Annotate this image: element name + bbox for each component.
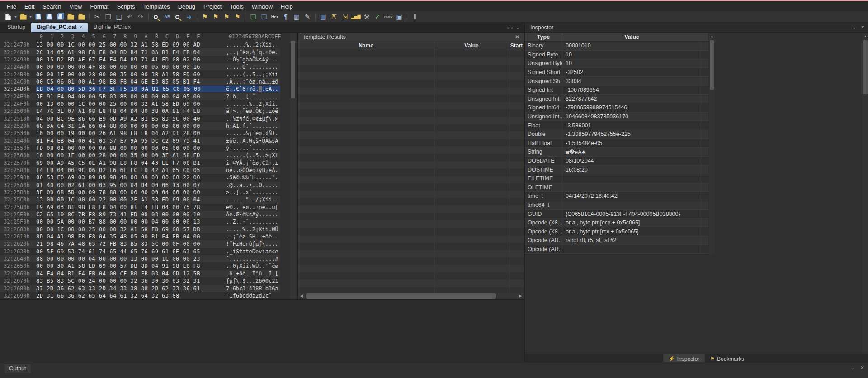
hex-bytes[interactable]: 00 15 D2 BD AF 67 E4 E4 D4 89 73 41 FD 0… [36,56,226,63]
hex-ascii[interactable]: .Sà©.‰‰˜H.....". [226,174,280,181]
inspector-value[interactable]: -7980659989974515446 [562,103,701,112]
inspector-row[interactable]: Signed Int64-7980659989974515446 [525,103,708,112]
hex-ascii[interactable]: ?'ô...[.ˆ....... [226,93,280,100]
scroll-right-icon[interactable]: ▶ [517,294,524,298]
hex-ascii[interactable]: .......%..2¡Xíi. [226,101,280,107]
hex-row[interactable]: 32:24B0h00 00 1F 00 00 28 00 00 35 00 00… [0,70,280,78]
hex-bytes[interactable]: 00 C5 06 01 00 A1 98 E8 F8 04 6E E3 85 0… [36,79,226,85]
hex-bytes[interactable]: F4 EB 04 00 9C D6 D2 E6 6F EC FD 42 A1 6… [36,167,226,173]
inspector-value[interactable]: 10466084083735036170 [562,112,701,121]
inspector-row[interactable]: time64_t [525,201,708,210]
table-view-icon[interactable]: ▦ [318,12,328,21]
hex-ascii[interactable]: Âe.Œ{è‰sAý...... [226,211,280,218]
inspector-row[interactable]: FILETIME [525,174,708,183]
hex-ascii[interactable]: h:Ä1.f.ˆ........ [226,123,280,129]
inspector-row[interactable]: String◙�eÀ♣ [525,148,708,157]
hex-rows[interactable]: 32:2470h13 00 00 1C 00 00 25 00 00 32 A1… [0,41,280,299]
open-recent-icon[interactable] [76,12,86,21]
inspector-value[interactable]: -3.586001 [562,121,701,130]
column-header-value[interactable]: Value [434,42,509,50]
inspector-value[interactable]: {C065810A-0005-913F-F404-00005B038800} [562,210,701,218]
hex-row[interactable]: 32:25C0h13 00 00 1C 00 00 22 00 00 2F A1… [0,196,280,203]
hex-row[interactable]: 32:2550hFD 08 01 00 00 00 0A 88 00 00 00… [0,145,280,152]
hex-bytes[interactable]: EB 04 00 80 5D 36 F7 3F F5 10 0A 81 65 C… [36,86,226,92]
hex-bytes[interactable]: 68 3A C4 31 1A 66 04 88 00 00 00 00 03 0… [36,123,226,129]
hex-row[interactable]: 32:2610h8D 04 A1 98 E8 F8 04 35 48 05 00… [0,233,280,240]
hex-row[interactable]: 32:2660h04 F4 04 B1 F4 EB 04 00 CF B0 FB… [0,270,280,277]
menu-item-project[interactable]: Project [199,2,226,11]
hex-view[interactable]: 0 1 2 3 4 5 6 7 8 9 A B C D E F012345678… [0,33,297,299]
new-file-dropdown[interactable]: ▾ [14,15,18,19]
inspector-row[interactable]: Unsigned Int...10466084083735036170 [525,112,708,121]
inspector-row[interactable]: Binary00001010 [525,42,708,51]
column-header-value[interactable]: Value [562,33,701,41]
scroll-left-icon[interactable]: ◀ [298,294,305,298]
inspector-row[interactable]: time_t04/14/2072 16:40:42 [525,192,708,201]
hex-row[interactable]: 32:2470h13 00 00 1C 00 00 25 00 00 32 A1… [0,41,280,48]
hex-row[interactable]: 32:24E0h3F 91 F4 04 00 00 5B 03 88 00 00… [0,93,280,100]
hex-bytes[interactable]: 00 13 00 00 1C 00 00 25 00 00 32 A1 58 E… [36,101,226,107]
hex-ascii[interactable]: ..Z..·ˆ......... [226,219,280,225]
scrollbar-thumb[interactable] [306,293,496,299]
save-as-icon[interactable] [44,12,54,21]
hex-ascii[interactable]: i.©¥Å.¡˜èø.Cî÷.± [226,160,280,166]
open-folder-icon[interactable] [66,12,75,21]
menu-item-scripts[interactable]: Scripts [113,2,139,11]
hex-bytes[interactable]: 00 00 5A 00 00 B7 88 00 00 00 00 04 00 0… [36,219,226,225]
hex-ascii[interactable]: .....Oˆ......... [226,64,280,70]
bookmark-edit-icon[interactable]: ⚑ [211,12,221,21]
hex-bytes[interactable]: 88 00 00 00 00 04 00 00 00 13 00 00 1C 0… [36,256,226,262]
import-icon[interactable]: ⇲ [340,12,350,21]
hex-ascii[interactable]: ,..¡˜èø.½´q.±ôë. [226,49,280,56]
output-tab[interactable]: Output [5,364,31,373]
hex-row[interactable]: 32:2640h88 00 00 00 00 04 00 00 00 13 00… [0,255,280,262]
inspector-row[interactable]: OLETIME [525,183,708,192]
hex-row[interactable]: 32:2540hB1 F4 EB 04 00 41 03 57 E7 9A 95… [0,137,280,144]
template-results-horizontal-scrollbar[interactable]: ◀ ▶ [298,292,524,299]
hex-bytes[interactable]: 2C 14 05 A1 98 E8 F8 04 BD B4 71 0A B1 F… [36,49,226,56]
inspector-value[interactable]: 10 [562,59,701,68]
hex-bytes[interactable]: 00 5F 69 53 74 61 74 65 44 65 76 69 61 6… [36,248,226,255]
column-header-name[interactable]: Name [298,42,434,50]
hex-ascii[interactable]: ._iStateDeviance [226,248,280,255]
hex-row[interactable]: 32:2680h37 2D 36 62 63 33 2D 34 33 38 38… [0,285,280,292]
hex-row[interactable]: 32:25E0hC2 65 10 8C 7B E8 89 73 41 FD 08… [0,211,280,218]
run-template-icon[interactable]: ❏ [259,12,269,21]
hex-row[interactable]: 32:2600h00 00 1C 00 00 25 00 00 32 A1 58… [0,226,280,233]
inspector-value[interactable]: -1.30859779452755e-225 [562,130,701,139]
hex-ascii[interactable]: .@..a..•..Ô..... [226,182,280,188]
open-file-icon[interactable] [18,12,28,21]
options-icon[interactable]: ✓ [373,12,382,21]
hex-row[interactable]: 32:2510h04 00 BC 9E B6 66 E9 0D A9 A2 B1… [0,115,280,122]
hex-bytes[interactable]: 00 00 1F 00 00 28 00 00 35 00 00 3B A1 5… [36,71,226,78]
hex-bytes[interactable]: B1 F4 EB 04 00 41 03 57 E7 9A 95 DC C2 8… [36,138,226,144]
hex-bytes[interactable]: 2D 31 66 36 62 65 64 64 61 32 64 32 63 8… [36,293,226,299]
hex-ascii[interactable]: ......(..5..>¡Xí [226,152,280,159]
hex-ascii[interactable]: ..¼ž¶fé.©¢±µƒ\.@ [226,116,280,122]
tab-scroll-left-icon[interactable]: ‹ [507,25,509,30]
hex-row[interactable]: 32:2570h69 00 A9 A5 C5 0E A1 98 E8 F8 04… [0,159,280,167]
chevron-down-icon[interactable]: ⌄ [852,24,856,30]
menu-item-file[interactable]: File [3,2,20,11]
menu-item-help[interactable]: Help [277,2,297,11]
close-icon[interactable]: ✕ [515,34,524,40]
hex-bytes[interactable]: 3F 91 F4 04 00 00 5B 03 88 00 00 00 00 0… [36,93,226,100]
inspector-row[interactable]: Opcode (X8...or al, byte ptr [rcx + 0x5c… [525,227,708,236]
bookmark-prev-icon[interactable]: ⚑ [232,12,242,21]
goto-icon[interactable]: ➔ [184,12,194,21]
hex-ascii[interactable]: .ô.±ôë..Ï°û..Í.[ [226,271,280,277]
hex-row[interactable]: 32:2490h00 15 D2 BD AF 67 E4 E4 D4 89 73… [0,56,280,63]
inspector-value[interactable]: rsbgt r8, r5, sl, lsl #2 [562,236,701,245]
hex-ascii[interactable]: .....%..2¡Xíi.WÛ [226,226,280,233]
column-header-start[interactable]: Start [509,42,524,50]
paste-icon[interactable]: ▤ [114,12,124,21]
tools-icon[interactable]: ⚒ [362,12,372,21]
hex-row[interactable]: 32:25A0h01 40 00 02 61 00 03 95 00 04 D4… [0,182,280,189]
inspector-value[interactable]: 16:08:20 [562,165,701,174]
chevron-down-icon[interactable]: ⌄ [851,365,855,371]
show-whitespace-icon[interactable]: ¶ [281,12,291,21]
hex-row[interactable]: 32:24F0h00 13 00 00 1C 00 00 25 00 00 32… [0,100,280,107]
hex-ascii[interactable]: ë..€]6÷?õ...eÀ.. [226,86,280,92]
find-icon[interactable] [151,12,161,21]
save-all-icon[interactable] [55,12,65,21]
